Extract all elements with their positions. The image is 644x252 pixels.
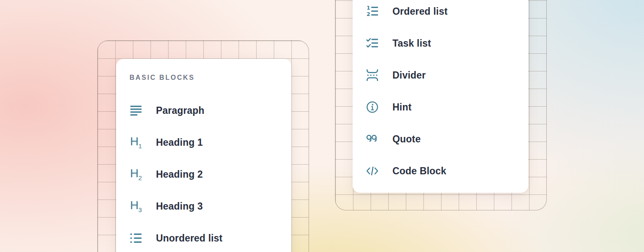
quote-icon	[366, 133, 379, 145]
block-menu-basic-blocks: BASIC BLOCKS ParagraphH1Heading 1H2Headi…	[116, 59, 291, 252]
heading-2-icon: H2	[130, 168, 142, 181]
menu-item-heading-1[interactable]: H1Heading 1	[116, 126, 291, 158]
menu-item-label: Quote	[392, 134, 421, 145]
section-label-basic-blocks: BASIC BLOCKS	[130, 74, 291, 82]
hint-icon	[366, 101, 379, 113]
menu-item-label: Heading 1	[156, 137, 203, 148]
menu-item-label: Paragraph	[156, 105, 205, 116]
svg-text:2: 2	[366, 11, 370, 17]
menu-item-heading-2[interactable]: H2Heading 2	[116, 158, 291, 190]
menu-item-hint[interactable]: Hint	[353, 91, 528, 123]
menu-item-label: Ordered list	[392, 6, 448, 17]
menu-item-task-list[interactable]: Task list	[353, 27, 528, 59]
block-menu-continued: 12Ordered listTask listDividerHintQuoteC…	[353, 0, 528, 193]
menu-item-list: 12Ordered listTask listDividerHintQuoteC…	[353, 0, 528, 187]
heading-1-icon: H1	[130, 136, 142, 149]
divider-icon	[366, 69, 379, 81]
paragraph-icon	[130, 104, 142, 117]
menu-item-divider[interactable]: Divider	[353, 59, 528, 91]
menu-item-label: Heading 2	[156, 169, 203, 180]
menu-item-code-block[interactable]: Code Block	[353, 155, 528, 187]
menu-item-label: Hint	[392, 102, 412, 113]
menu-item-ordered-list[interactable]: 12Ordered list	[353, 0, 528, 27]
menu-item-label: Divider	[392, 70, 426, 81]
code-block-icon	[366, 165, 379, 177]
task-list-icon	[366, 37, 379, 50]
menu-item-label: Unordered list	[156, 233, 223, 244]
menu-item-paragraph[interactable]: Paragraph	[116, 94, 291, 126]
ordered-list-icon: 12	[366, 5, 379, 18]
menu-item-label: Task list	[392, 38, 431, 49]
menu-item-label: Code Block	[392, 165, 447, 177]
menu-item-quote[interactable]: Quote	[353, 123, 528, 155]
svg-text:1: 1	[366, 5, 370, 11]
menu-item-label: Heading 3	[156, 201, 203, 212]
menu-item-list: ParagraphH1Heading 1H2Heading 2H3Heading…	[116, 94, 291, 252]
menu-item-unordered-list[interactable]: Unordered list	[116, 222, 291, 252]
unordered-list-icon	[130, 232, 142, 244]
heading-3-icon: H3	[130, 200, 142, 213]
menu-item-heading-3[interactable]: H3Heading 3	[116, 190, 291, 222]
